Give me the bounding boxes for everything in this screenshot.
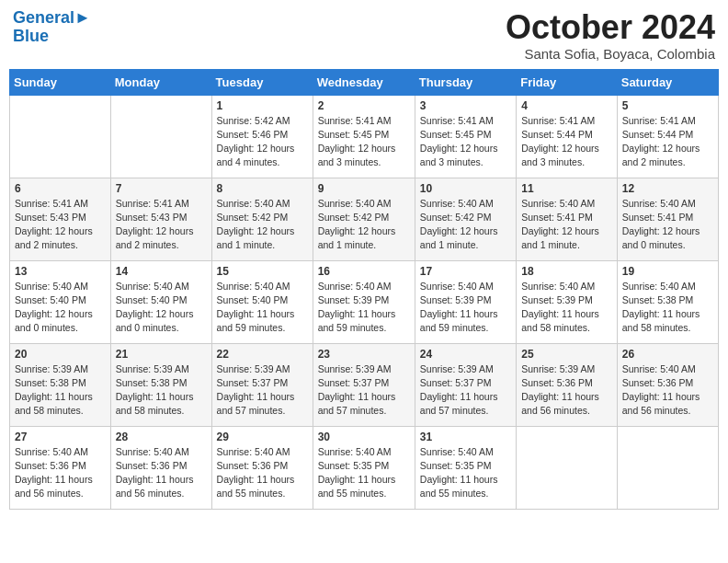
title-block: October 2024 Santa Sofia, Boyaca, Colomb… [506, 9, 715, 62]
calendar-cell: 30Sunrise: 5:40 AM Sunset: 5:35 PM Dayli… [313, 426, 415, 509]
day-number: 17 [420, 265, 511, 278]
calendar-cell: 3Sunrise: 5:41 AM Sunset: 5:45 PM Daylig… [415, 95, 516, 178]
day-number: 9 [318, 182, 410, 195]
day-info: Sunrise: 5:39 AM Sunset: 5:37 PM Dayligh… [420, 362, 511, 419]
calendar-cell: 8Sunrise: 5:40 AM Sunset: 5:42 PM Daylig… [211, 178, 313, 260]
day-number: 6 [15, 182, 106, 195]
calendar-cell: 27Sunrise: 5:40 AM Sunset: 5:36 PM Dayli… [10, 426, 111, 509]
calendar-cell: 19Sunrise: 5:40 AM Sunset: 5:38 PM Dayli… [617, 260, 718, 343]
day-number: 29 [217, 431, 308, 443]
day-info: Sunrise: 5:41 AM Sunset: 5:44 PM Dayligh… [622, 114, 713, 170]
day-info: Sunrise: 5:39 AM Sunset: 5:38 PM Dayligh… [116, 362, 207, 419]
day-info: Sunrise: 5:40 AM Sunset: 5:40 PM Dayligh… [15, 280, 106, 336]
calendar-cell: 7Sunrise: 5:41 AM Sunset: 5:43 PM Daylig… [110, 178, 211, 260]
calendar-cell: 14Sunrise: 5:40 AM Sunset: 5:40 PM Dayli… [110, 260, 211, 343]
calendar-cell: 24Sunrise: 5:39 AM Sunset: 5:37 PM Dayli… [415, 343, 516, 426]
day-number: 18 [521, 265, 612, 278]
day-number: 14 [116, 265, 207, 278]
day-info: Sunrise: 5:40 AM Sunset: 5:39 PM Dayligh… [420, 280, 511, 336]
calendar-cell: 26Sunrise: 5:40 AM Sunset: 5:36 PM Dayli… [617, 343, 718, 426]
day-info: Sunrise: 5:41 AM Sunset: 5:45 PM Dayligh… [318, 114, 410, 170]
day-info: Sunrise: 5:41 AM Sunset: 5:44 PM Dayligh… [521, 114, 612, 170]
day-info: Sunrise: 5:40 AM Sunset: 5:42 PM Dayligh… [318, 197, 410, 253]
calendar-cell: 4Sunrise: 5:41 AM Sunset: 5:44 PM Daylig… [517, 95, 618, 178]
day-number: 16 [318, 265, 410, 278]
calendar-cell: 2Sunrise: 5:41 AM Sunset: 5:45 PM Daylig… [313, 95, 415, 178]
day-number: 12 [622, 182, 713, 195]
weekday-saturday: Saturday [617, 69, 718, 95]
day-number: 24 [420, 348, 511, 361]
day-info: Sunrise: 5:41 AM Sunset: 5:43 PM Dayligh… [15, 197, 106, 253]
week-row-5: 27Sunrise: 5:40 AM Sunset: 5:36 PM Dayli… [10, 426, 719, 509]
day-number: 15 [217, 265, 308, 278]
location: Santa Sofia, Boyaca, Colombia [506, 46, 715, 62]
calendar-body: 1Sunrise: 5:42 AM Sunset: 5:46 PM Daylig… [10, 95, 719, 509]
weekday-thursday: Thursday [415, 69, 516, 95]
day-number: 30 [318, 431, 410, 443]
logo-text: General►Blue [13, 9, 91, 46]
day-info: Sunrise: 5:40 AM Sunset: 5:39 PM Dayligh… [521, 280, 612, 336]
day-number: 28 [116, 431, 207, 443]
calendar-cell: 15Sunrise: 5:40 AM Sunset: 5:40 PM Dayli… [211, 260, 313, 343]
weekday-header-row: SundayMondayTuesdayWednesdayThursdayFrid… [10, 69, 719, 95]
calendar-cell: 16Sunrise: 5:40 AM Sunset: 5:39 PM Dayli… [313, 260, 415, 343]
day-info: Sunrise: 5:40 AM Sunset: 5:38 PM Dayligh… [622, 280, 713, 336]
calendar-cell: 31Sunrise: 5:40 AM Sunset: 5:35 PM Dayli… [415, 426, 516, 509]
day-info: Sunrise: 5:40 AM Sunset: 5:40 PM Dayligh… [116, 280, 207, 336]
week-row-4: 20Sunrise: 5:39 AM Sunset: 5:38 PM Dayli… [10, 343, 719, 426]
day-info: Sunrise: 5:40 AM Sunset: 5:41 PM Dayligh… [622, 197, 713, 253]
day-number: 20 [15, 348, 106, 361]
calendar-cell: 17Sunrise: 5:40 AM Sunset: 5:39 PM Dayli… [415, 260, 516, 343]
calendar-table: SundayMondayTuesdayWednesdayThursdayFrid… [9, 69, 719, 510]
calendar-cell: 12Sunrise: 5:40 AM Sunset: 5:41 PM Dayli… [617, 178, 718, 260]
day-info: Sunrise: 5:40 AM Sunset: 5:42 PM Dayligh… [420, 197, 511, 253]
day-info: Sunrise: 5:40 AM Sunset: 5:36 PM Dayligh… [217, 445, 308, 501]
weekday-monday: Monday [110, 69, 211, 95]
calendar-cell: 22Sunrise: 5:39 AM Sunset: 5:37 PM Dayli… [211, 343, 313, 426]
weekday-friday: Friday [517, 69, 618, 95]
calendar-cell [617, 426, 718, 509]
calendar-cell: 28Sunrise: 5:40 AM Sunset: 5:36 PM Dayli… [110, 426, 211, 509]
day-info: Sunrise: 5:39 AM Sunset: 5:37 PM Dayligh… [217, 362, 308, 419]
week-row-3: 13Sunrise: 5:40 AM Sunset: 5:40 PM Dayli… [10, 260, 719, 343]
day-info: Sunrise: 5:40 AM Sunset: 5:41 PM Dayligh… [521, 197, 612, 253]
day-info: Sunrise: 5:40 AM Sunset: 5:42 PM Dayligh… [217, 197, 308, 253]
page-header: General►Blue October 2024 Santa Sofia, B… [9, 9, 719, 62]
day-info: Sunrise: 5:40 AM Sunset: 5:36 PM Dayligh… [622, 362, 713, 419]
day-number: 11 [521, 182, 612, 195]
day-number: 1 [217, 99, 308, 112]
calendar-cell [10, 95, 111, 178]
calendar-cell [517, 426, 618, 509]
calendar-cell: 29Sunrise: 5:40 AM Sunset: 5:36 PM Dayli… [211, 426, 313, 509]
calendar-cell: 9Sunrise: 5:40 AM Sunset: 5:42 PM Daylig… [313, 178, 415, 260]
day-number: 22 [217, 348, 308, 361]
calendar-cell: 1Sunrise: 5:42 AM Sunset: 5:46 PM Daylig… [211, 95, 313, 178]
day-info: Sunrise: 5:40 AM Sunset: 5:39 PM Dayligh… [318, 280, 410, 336]
calendar-cell: 13Sunrise: 5:40 AM Sunset: 5:40 PM Dayli… [10, 260, 111, 343]
day-info: Sunrise: 5:39 AM Sunset: 5:38 PM Dayligh… [15, 362, 106, 419]
day-number: 13 [15, 265, 106, 278]
day-number: 8 [217, 182, 308, 195]
day-number: 31 [420, 431, 511, 443]
day-info: Sunrise: 5:40 AM Sunset: 5:36 PM Dayligh… [116, 445, 207, 501]
day-info: Sunrise: 5:41 AM Sunset: 5:43 PM Dayligh… [116, 197, 207, 253]
day-number: 25 [521, 348, 612, 361]
day-number: 27 [15, 431, 106, 443]
weekday-wednesday: Wednesday [313, 69, 415, 95]
day-number: 23 [318, 348, 410, 361]
weekday-tuesday: Tuesday [211, 69, 313, 95]
calendar-cell: 11Sunrise: 5:40 AM Sunset: 5:41 PM Dayli… [517, 178, 618, 260]
day-number: 5 [622, 99, 713, 112]
day-number: 7 [116, 182, 207, 195]
day-info: Sunrise: 5:41 AM Sunset: 5:45 PM Dayligh… [420, 114, 511, 170]
day-info: Sunrise: 5:42 AM Sunset: 5:46 PM Dayligh… [217, 114, 308, 170]
calendar-header: SundayMondayTuesdayWednesdayThursdayFrid… [10, 69, 719, 95]
week-row-2: 6Sunrise: 5:41 AM Sunset: 5:43 PM Daylig… [10, 178, 719, 260]
day-number: 26 [622, 348, 713, 361]
day-info: Sunrise: 5:39 AM Sunset: 5:36 PM Dayligh… [521, 362, 612, 419]
week-row-1: 1Sunrise: 5:42 AM Sunset: 5:46 PM Daylig… [10, 95, 719, 178]
calendar-cell: 5Sunrise: 5:41 AM Sunset: 5:44 PM Daylig… [617, 95, 718, 178]
day-info: Sunrise: 5:40 AM Sunset: 5:40 PM Dayligh… [217, 280, 308, 336]
day-number: 10 [420, 182, 511, 195]
day-number: 19 [622, 265, 713, 278]
